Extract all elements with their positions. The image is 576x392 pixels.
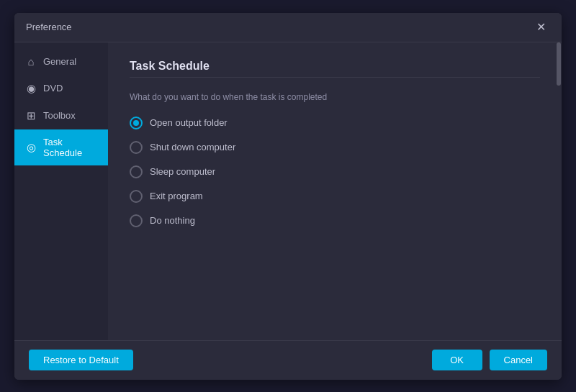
sidebar-item-toolbox[interactable]: ⊞ Toolbox [14, 102, 108, 129]
radio-do-nothing[interactable] [130, 214, 143, 227]
dialog-content: ⌂ General ◉ DVD ⊞ Toolbox ◎ Task Schedul… [14, 42, 562, 340]
toolbox-icon: ⊞ [24, 109, 37, 122]
option-shut-down-computer[interactable]: Shut down computer [130, 141, 540, 154]
footer: Restore to Default OK Cancel [14, 340, 562, 380]
cancel-button[interactable]: Cancel [490, 350, 547, 370]
sidebar-label-toolbox: Toolbox [43, 110, 76, 121]
radio-inner-selected [133, 120, 139, 126]
preference-dialog: Preference ✕ ⌂ General ◉ DVD ⊞ Toolbox ◎… [14, 13, 562, 380]
footer-right-buttons: OK Cancel [432, 350, 547, 370]
scrollbar-thumb[interactable] [557, 42, 561, 86]
sidebar-item-dvd[interactable]: ◉ DVD [14, 75, 108, 102]
sidebar-label-task-schedule: Task Schedule [43, 137, 98, 158]
radio-sleep-computer[interactable] [130, 165, 143, 178]
ok-button[interactable]: OK [432, 350, 482, 370]
option-do-nothing[interactable]: Do nothing [130, 214, 540, 227]
section-title: Task Schedule [130, 60, 540, 73]
scrollbar-track [556, 42, 562, 297]
option-label-do-nothing: Do nothing [150, 215, 195, 226]
sidebar-label-dvd: DVD [43, 83, 63, 94]
options-list: Open output folder Shut down computer Sl… [130, 117, 540, 227]
home-icon: ⌂ [24, 55, 37, 68]
restore-default-button[interactable]: Restore to Default [29, 350, 133, 370]
main-content: Task Schedule What do you want to do whe… [108, 42, 562, 340]
close-button[interactable]: ✕ [532, 20, 550, 35]
radio-open-output-folder[interactable] [130, 117, 143, 129]
title-bar: Preference ✕ [14, 13, 562, 42]
task-schedule-icon: ◎ [24, 141, 37, 154]
sidebar-label-general: General [43, 56, 76, 67]
option-label-open-output-folder: Open output folder [150, 117, 228, 128]
divider [130, 77, 540, 78]
option-label-shut-down-computer: Shut down computer [150, 142, 235, 152]
option-open-output-folder[interactable]: Open output folder [130, 117, 540, 129]
radio-exit-program[interactable] [130, 190, 143, 203]
sidebar-item-task-schedule[interactable]: ◎ Task Schedule [14, 129, 108, 165]
option-label-sleep-computer: Sleep computer [150, 166, 215, 177]
sidebar: ⌂ General ◉ DVD ⊞ Toolbox ◎ Task Schedul… [14, 42, 108, 340]
section-subtitle: What do you want to do when the task is … [130, 92, 540, 102]
radio-shut-down-computer[interactable] [130, 141, 143, 154]
dvd-icon: ◉ [24, 82, 37, 95]
option-sleep-computer[interactable]: Sleep computer [130, 165, 540, 178]
option-exit-program[interactable]: Exit program [130, 190, 540, 203]
option-label-exit-program: Exit program [150, 191, 203, 201]
sidebar-item-general[interactable]: ⌂ General [14, 48, 108, 75]
dialog-title: Preference [26, 22, 72, 32]
